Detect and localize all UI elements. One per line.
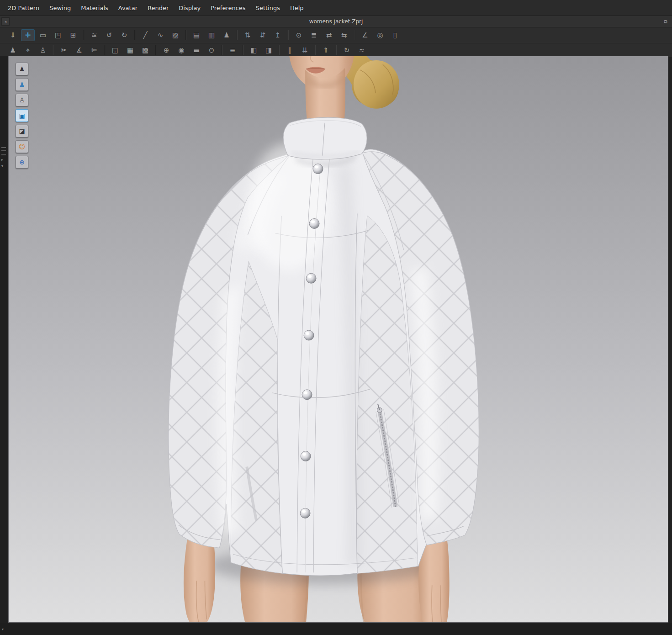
transform-pattern-icon[interactable]: ◳ xyxy=(51,29,65,41)
toolbar-group: ≋↺↻ xyxy=(84,29,134,41)
toolbar-row-1: ⇓✛▭◳⊞≋↺↻╱∿▨▤▥♟⇅⇵↥⊙≣⇄⇆∠◎▯ xyxy=(0,27,672,43)
menu-materials[interactable]: Materials xyxy=(76,2,113,14)
avatar-display-icon[interactable]: ♟ xyxy=(220,29,233,41)
menu-help[interactable]: Help xyxy=(285,2,309,14)
show-cloth-mesh-icon[interactable]: ◪ xyxy=(16,125,28,138)
avatar-walk-icon[interactable]: ♟ xyxy=(6,44,20,56)
rotate-cw-icon[interactable]: ↻ xyxy=(117,29,131,41)
dock-expand-down-icon[interactable]: ▾ xyxy=(1,164,3,168)
shade-left-icon[interactable]: ◧ xyxy=(247,44,260,56)
toolbar-group: ♟⌖♙ xyxy=(3,44,53,56)
fold-pleats-icon[interactable]: ⇊ xyxy=(298,44,312,56)
menu-display[interactable]: Display xyxy=(174,2,206,14)
tab-collapse-icon[interactable]: ◂ xyxy=(1,17,10,26)
show-avatar-icon[interactable]: ♟ xyxy=(16,63,28,75)
pattern-outline-icon[interactable]: ◱ xyxy=(108,44,122,56)
toolbar-group: ◧◨ xyxy=(243,44,279,56)
simulate-icon[interactable]: ⇓ xyxy=(6,29,20,41)
dock-grip-handle[interactable] xyxy=(1,147,6,155)
toolbar-group: ≡ xyxy=(222,44,243,56)
pleats-tool-icon[interactable]: ∥ xyxy=(283,44,296,56)
pin-tool-icon[interactable]: ⊙ xyxy=(292,29,306,41)
fold-arrangement-icon[interactable]: ≣ xyxy=(307,29,321,41)
edit-texture-icon[interactable]: ▨ xyxy=(169,29,182,41)
viewport-toggle-toolbar: ♟♟♙▣◪☺⊕ xyxy=(16,63,28,169)
toolbar-group: ∥⇊ xyxy=(280,44,315,56)
toolbar-group: ⊕◉▬⊜ xyxy=(156,44,222,56)
menu-sewing[interactable]: Sewing xyxy=(44,2,76,14)
trim-sew-icon[interactable]: ✄ xyxy=(87,44,101,56)
menu-preferences[interactable]: Preferences xyxy=(206,2,250,14)
measure-circumference-icon[interactable]: ◎ xyxy=(373,29,387,41)
copy-paste-icon[interactable]: ⊞ xyxy=(66,29,80,41)
avatar-pose-icon[interactable]: ♙ xyxy=(36,44,50,56)
buttonhole-tool-icon[interactable]: ▬ xyxy=(190,44,203,56)
garment-front-icon[interactable]: ▤ xyxy=(190,29,203,41)
texture-checker-icon[interactable]: ▦ xyxy=(123,44,137,56)
select-move-icon[interactable]: ✛ xyxy=(21,29,35,41)
toolbar-group: ▤▥♟ xyxy=(186,29,237,41)
toolbar-group: ◱▦▩ xyxy=(105,44,155,56)
menu-render[interactable]: Render xyxy=(143,2,174,14)
free-sewing-icon[interactable]: ∿ xyxy=(153,29,167,41)
texture-grid-icon[interactable]: ▩ xyxy=(138,44,152,56)
popout-window-icon[interactable]: ⧉ xyxy=(662,18,669,25)
fasten-button-icon[interactable]: ⊜ xyxy=(205,44,218,56)
measure-ruler-icon[interactable]: ▯ xyxy=(388,29,402,41)
dart-tool-icon[interactable]: ∡ xyxy=(72,44,86,56)
refresh-sim-icon[interactable]: ↻ xyxy=(340,44,354,56)
viewport-3d[interactable]: ♟♟♙▣◪☺⊕ xyxy=(8,56,668,623)
document-title: womens jacket.Zprj xyxy=(0,18,672,25)
button-tool-icon[interactable]: ◉ xyxy=(175,44,188,56)
show-avatar-tape-icon[interactable]: ♙ xyxy=(16,94,28,106)
toolbar-group: ↻≈ xyxy=(337,44,372,56)
arrange-up-icon[interactable]: ⇅ xyxy=(241,29,254,41)
add-button-icon[interactable]: ⊕ xyxy=(159,44,173,56)
stand-collar xyxy=(283,117,367,159)
edit-sewing-icon[interactable]: ╱ xyxy=(138,29,152,41)
select-box-icon[interactable]: ▭ xyxy=(36,29,50,41)
rotate-ccw-icon[interactable]: ↺ xyxy=(102,29,116,41)
show-arrangement-points-icon[interactable]: ♟ xyxy=(16,78,28,91)
menu-avatar[interactable]: Avatar xyxy=(113,2,143,14)
show-garment-icon[interactable]: ▣ xyxy=(16,109,28,122)
toolbar-group: ⇅⇵↥ xyxy=(238,29,288,41)
flip-vertical-icon[interactable]: ⇆ xyxy=(337,29,351,41)
toolbar-group: ⇓✛▭◳⊞ xyxy=(3,29,83,41)
segment-sewing-icon[interactable]: ≋ xyxy=(87,29,101,41)
menu-2d-pattern[interactable]: 2D Pattern xyxy=(3,2,44,14)
bottom-dock-strip: ▾ xyxy=(0,623,672,635)
toolbar-group: ⊙≣⇄⇆ xyxy=(289,29,354,41)
menu-settings[interactable]: Settings xyxy=(251,2,285,14)
flip-horizontal-icon[interactable]: ⇄ xyxy=(322,29,336,41)
dock-expand-right-icon[interactable]: ▸ xyxy=(1,158,3,162)
scissors-cut-icon[interactable]: ✂ xyxy=(57,44,71,56)
document-tab-bar: ◂ womens jacket.Zprj ⧉ xyxy=(0,16,672,27)
toolbar-group: ⇑ xyxy=(316,44,336,56)
toolbar-group: ✂∡✄ xyxy=(54,44,104,56)
measure-angle-icon[interactable]: ∠ xyxy=(358,29,372,41)
garment-back-icon[interactable]: ▥ xyxy=(205,29,218,41)
show-environment-icon[interactable]: ⊕ xyxy=(16,156,28,169)
arrange-reset-icon[interactable]: ↥ xyxy=(271,29,285,41)
toolbar-group: ∠◎▯ xyxy=(355,29,405,41)
avatar-gizmo-icon[interactable]: ⌖ xyxy=(21,44,35,56)
toolbar-group: ╱∿▨ xyxy=(135,29,185,41)
wind-effect-icon[interactable]: ≈ xyxy=(355,44,369,56)
show-avatar-skin-icon[interactable]: ☺ xyxy=(16,140,28,153)
avatar-3d-scene[interactable] xyxy=(9,56,668,622)
shade-right-icon[interactable]: ◨ xyxy=(262,44,275,56)
zipper-tool-icon[interactable]: ≡ xyxy=(226,44,239,56)
left-dock-strip: ▸ ▾ xyxy=(0,56,8,623)
menu-bar: 2D PatternSewingMaterialsAvatarRenderDis… xyxy=(0,0,672,16)
bottom-expand-icon[interactable]: ▾ xyxy=(2,627,4,631)
arrange-down-icon[interactable]: ⇵ xyxy=(256,29,270,41)
strengthen-icon[interactable]: ⇑ xyxy=(319,44,333,56)
